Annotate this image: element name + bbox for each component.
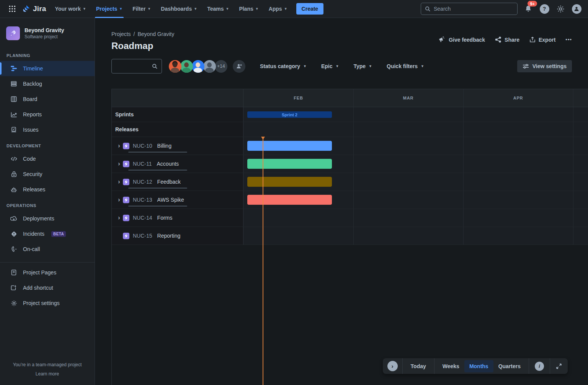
info-icon[interactable]: i xyxy=(532,362,547,371)
sidebar-item-security[interactable]: Security xyxy=(0,166,95,182)
nav-item-apps[interactable]: Apps▼ xyxy=(264,0,292,18)
sidebar-item-issues[interactable]: Issues xyxy=(0,122,95,137)
epic-key: NUC-11 xyxy=(133,161,152,167)
chevron-down-icon: ▼ xyxy=(421,64,424,68)
epic-icon xyxy=(123,161,129,167)
nav-item-dashboards[interactable]: Dashboards▼ xyxy=(156,0,202,18)
zoom-weeks-button[interactable]: Weeks xyxy=(438,360,464,372)
sidebar-item-board[interactable]: Board xyxy=(0,91,95,107)
nav-item-plans[interactable]: Plans▼ xyxy=(234,0,263,18)
filter-type[interactable]: Type▼ xyxy=(353,63,372,69)
avatar[interactable] xyxy=(169,60,181,73)
sprints-label: Sprints xyxy=(115,111,134,117)
notifications-icon[interactable]: 9+ xyxy=(523,3,534,14)
zoom-months-button[interactable]: Months xyxy=(464,360,493,372)
breadcrumb-project-name[interactable]: Beyond Gravity xyxy=(137,31,174,37)
notification-badge: 9+ xyxy=(528,1,537,7)
project-header[interactable]: Beyond Gravity Software project xyxy=(0,18,95,47)
sidebar-item-deployments[interactable]: Deployments xyxy=(0,211,95,226)
timeline-toolbar: +14 Status category▼ Epic▼ Type▼ Quick f… xyxy=(95,51,588,73)
chevron-down-icon: ▼ xyxy=(303,64,307,68)
view-settings-button[interactable]: View settings xyxy=(517,60,572,72)
epic-row-nuc-10: › NUC-10 Billing xyxy=(112,137,588,155)
timeline-zoom-controls: › Today Weeks Months Quarters i xyxy=(383,358,568,374)
epic-key: NUC-15 xyxy=(133,233,152,239)
timeline-panel: FEB MAR APR Sprints Sprint 2 Releases › … xyxy=(111,89,588,385)
expand-chevron-icon[interactable]: › xyxy=(115,160,123,167)
global-search-input[interactable] xyxy=(434,6,513,12)
epic-timeline-bar[interactable] xyxy=(247,159,332,169)
epic-progress-bar xyxy=(128,188,187,189)
expand-chevron-icon[interactable]: › xyxy=(115,214,123,221)
top-navigation: Jira Your work▼ Projects▼ Filter▼ Dashbo… xyxy=(0,0,588,18)
epic-timeline-bar[interactable] xyxy=(247,195,332,205)
filter-epic[interactable]: Epic▼ xyxy=(321,63,339,69)
add-person-button[interactable] xyxy=(233,60,245,73)
expand-panel-button[interactable]: › xyxy=(387,361,398,371)
filter-quick-filters[interactable]: Quick filters▼ xyxy=(387,63,424,69)
sidebar-item-timeline[interactable]: Timeline xyxy=(0,61,95,76)
breadcrumb: Projects / Beyond Gravity xyxy=(111,31,174,37)
more-actions-icon[interactable]: ••• xyxy=(565,37,572,42)
filter-status-category[interactable]: Status category▼ xyxy=(260,63,307,69)
sidebar-item-project-pages[interactable]: Project Pages xyxy=(0,265,95,280)
epic-timeline-bar[interactable] xyxy=(247,141,332,151)
board-search-input[interactable] xyxy=(116,63,152,69)
breadcrumb-projects[interactable]: Projects xyxy=(111,31,131,37)
sliders-icon xyxy=(523,64,529,69)
board-search[interactable] xyxy=(111,59,162,73)
sprint-2-bar[interactable]: Sprint 2 xyxy=(247,111,332,118)
sidebar-item-releases[interactable]: Releases xyxy=(0,182,95,197)
gear-icon xyxy=(10,300,18,307)
nav-item-projects[interactable]: Projects▼ xyxy=(91,0,127,18)
give-feedback-button[interactable]: Give feedback xyxy=(438,36,485,43)
sidebar-item-backlog[interactable]: Backlog xyxy=(0,76,95,91)
assignee-avatars: +14 xyxy=(169,60,227,73)
avatar[interactable] xyxy=(203,60,216,73)
sidebar-item-on-call[interactable]: On-call xyxy=(0,241,95,257)
global-search[interactable] xyxy=(421,3,518,15)
chevron-down-icon: ▼ xyxy=(255,7,259,11)
jira-logo[interactable]: Jira xyxy=(21,5,50,13)
sidebar-item-reports[interactable]: Reports xyxy=(0,107,95,122)
nav-item-teams[interactable]: Teams▼ xyxy=(202,0,234,18)
create-button[interactable]: Create xyxy=(296,3,324,15)
epic-key: NUC-14 xyxy=(133,215,152,221)
project-type: Software project xyxy=(24,34,64,39)
code-icon xyxy=(10,156,18,162)
epic-row-nuc-12: › NUC-12 Feedback xyxy=(112,173,588,191)
nav-item-your-work[interactable]: Your work▼ xyxy=(50,0,91,18)
epic-progress-bar xyxy=(128,152,187,153)
epic-timeline-bar[interactable] xyxy=(247,177,332,187)
help-icon[interactable]: ? xyxy=(539,3,550,14)
settings-gear-icon[interactable] xyxy=(555,3,566,14)
nav-item-filter[interactable]: Filter▼ xyxy=(127,0,156,18)
epic-row-nuc-15: › NUC-15 Reporting xyxy=(112,227,588,245)
chevron-down-icon: ▼ xyxy=(369,64,372,68)
expand-chevron-icon[interactable]: › xyxy=(115,196,123,203)
month-header-feb: FEB xyxy=(243,89,353,107)
learn-more-link[interactable]: Learn more xyxy=(4,371,91,377)
project-avatar xyxy=(6,26,20,40)
share-button[interactable]: Share xyxy=(495,36,519,43)
avatar-overflow-count[interactable]: +14 xyxy=(215,60,227,73)
zoom-quarters-button[interactable]: Quarters xyxy=(493,360,526,372)
sidebar-item-code[interactable]: Code xyxy=(0,151,95,166)
sidebar-item-add-shortcut[interactable]: Add shortcut xyxy=(0,280,95,295)
avatar[interactable] xyxy=(192,60,204,73)
profile-avatar[interactable] xyxy=(571,3,582,14)
chevron-down-icon: ▼ xyxy=(83,7,86,11)
project-sidebar: Beyond Gravity Software project PLANNING… xyxy=(0,18,95,385)
fullscreen-icon[interactable] xyxy=(553,363,565,369)
epic-progress-bar xyxy=(128,206,187,207)
expand-chevron-icon[interactable]: › xyxy=(115,178,123,185)
today-button[interactable]: Today xyxy=(406,360,431,372)
avatar[interactable] xyxy=(180,60,193,73)
add-shortcut-icon xyxy=(10,285,18,291)
app-switcher-icon[interactable] xyxy=(6,3,18,15)
phone-icon xyxy=(10,246,18,252)
expand-chevron-icon[interactable]: › xyxy=(115,142,123,149)
sidebar-item-project-settings[interactable]: Project settings xyxy=(0,295,95,311)
export-button[interactable]: Export xyxy=(529,36,555,43)
sidebar-item-incidents[interactable]: Incidents BETA xyxy=(0,226,95,241)
